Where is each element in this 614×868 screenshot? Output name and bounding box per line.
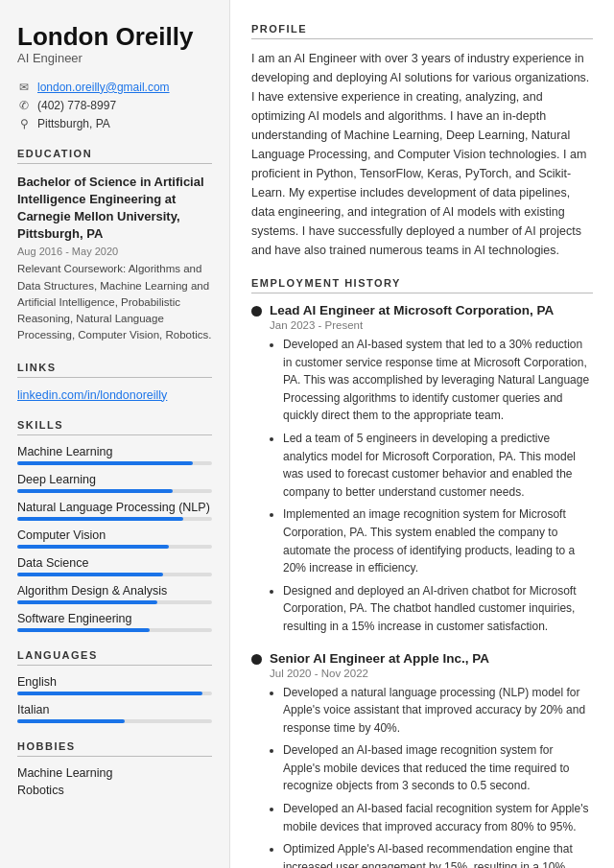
languages-label: LANGUAGES xyxy=(17,649,212,666)
hobby-item: Robotics xyxy=(17,784,212,797)
email-item: ✉ london.oreilly@gmail.com xyxy=(17,81,212,94)
skill-bar-fill xyxy=(17,489,173,493)
email-link[interactable]: london.oreilly@gmail.com xyxy=(37,81,170,94)
location-text: Pittsburgh, PA xyxy=(37,117,110,130)
language-name: English xyxy=(17,675,212,689)
links-label: LINKS xyxy=(17,362,212,378)
location-icon: ⚲ xyxy=(17,117,31,130)
phone-item: ✆ (402) 778-8997 xyxy=(17,99,212,112)
job-bullet: Led a team of 5 engineers in developing … xyxy=(283,430,593,501)
job-bullet: Developed a natural language processing … xyxy=(283,684,593,738)
jobs-container: Lead AI Engineer at Microsoft Corporatio… xyxy=(251,303,593,868)
job-bullets: Developed an AI-based system that led to… xyxy=(270,336,593,636)
contact-block: ✉ london.oreilly@gmail.com ✆ (402) 778-8… xyxy=(17,81,212,130)
sidebar-name: London Oreilly xyxy=(17,23,212,51)
resume-container: London Oreilly AI Engineer ✉ london.orei… xyxy=(0,0,614,868)
main-content: PROFILE I am an AI Engineer with over 3 … xyxy=(230,0,614,868)
hobbies-label: HOBBIES xyxy=(17,740,212,757)
skill-name: Natural Language Processing (NLP) xyxy=(17,501,212,514)
job-date: Jan 2023 - Present xyxy=(270,319,593,331)
skill-name: Software Engineering xyxy=(17,612,212,625)
skill-name: Deep Learning xyxy=(17,473,212,486)
linkedin-link[interactable]: linkedin.com/in/londonoreilly xyxy=(17,388,167,402)
lang-bar-fill xyxy=(17,719,125,723)
job-bullet: Developed an AI-based facial recognition… xyxy=(283,800,593,835)
education-coursework: Relevant Coursework: Algorithms and Data… xyxy=(17,261,212,343)
skill-bar-fill xyxy=(17,461,193,465)
skill-item: Natural Language Processing (NLP) xyxy=(17,501,212,521)
job-header: Senior AI Engineer at Apple Inc., PA xyxy=(251,651,593,666)
education-block: Bachelor of Science in Artificial Intell… xyxy=(17,174,212,344)
sidebar-title: AI Engineer xyxy=(17,51,212,65)
job-bullet: Optimized Apple's AI-based recommendatio… xyxy=(283,840,593,868)
language-item: Italian xyxy=(17,703,212,723)
sidebar: London Oreilly AI Engineer ✉ london.orei… xyxy=(0,0,230,868)
skill-item: Deep Learning xyxy=(17,473,212,493)
job-title: Lead AI Engineer at Microsoft Corporatio… xyxy=(270,303,554,317)
skill-bar-bg xyxy=(17,489,212,493)
skill-bar-bg xyxy=(17,573,212,576)
job-header: Lead AI Engineer at Microsoft Corporatio… xyxy=(251,303,593,317)
skill-item: Machine Learning xyxy=(17,445,212,465)
job-dot xyxy=(251,306,262,317)
skill-bar-bg xyxy=(17,628,212,632)
skills-list: Machine Learning Deep Learning Natural L… xyxy=(17,445,212,632)
skill-item: Computer Vision xyxy=(17,528,212,549)
employment-label: EMPLOYMENT HISTORY xyxy=(251,277,593,293)
lang-bar-fill xyxy=(17,692,202,695)
skill-bar-fill xyxy=(17,517,183,521)
skills-label: SKILLS xyxy=(17,419,212,435)
skill-bar-bg xyxy=(17,517,212,521)
skill-bar-fill xyxy=(17,600,157,604)
profile-text: I am an AI Engineer with over 3 years of… xyxy=(251,49,593,260)
email-icon: ✉ xyxy=(17,81,31,94)
job-block: Senior AI Engineer at Apple Inc., PA Jul… xyxy=(251,651,593,869)
skill-bar-fill xyxy=(17,573,163,576)
hobby-item: Machine Learning xyxy=(17,766,212,780)
location-item: ⚲ Pittsburgh, PA xyxy=(17,117,212,130)
languages-list: English Italian xyxy=(17,675,212,723)
skill-item: Algorithm Design & Analysis xyxy=(17,584,212,604)
phone-icon: ✆ xyxy=(17,99,31,112)
language-name: Italian xyxy=(17,703,212,716)
skill-bar-fill xyxy=(17,545,169,549)
job-date: Jul 2020 - Nov 2022 xyxy=(270,668,593,679)
skill-name: Algorithm Design & Analysis xyxy=(17,584,212,598)
job-bullet: Developed an AI-based system that led to… xyxy=(283,336,593,425)
hobbies-list: Machine LearningRobotics xyxy=(17,766,212,797)
lang-bar-bg xyxy=(17,719,212,723)
profile-label: PROFILE xyxy=(251,23,593,39)
job-bullet: Developed an AI-based image recognition … xyxy=(283,741,593,795)
skill-name: Machine Learning xyxy=(17,445,212,458)
job-bullet: Designed and deployed an AI-driven chatb… xyxy=(283,582,593,636)
skill-bar-bg xyxy=(17,461,212,465)
skill-bar-fill xyxy=(17,628,150,632)
education-date: Aug 2016 - May 2020 xyxy=(17,246,212,257)
education-degree: Bachelor of Science in Artificial Intell… xyxy=(17,174,212,244)
job-bullet: Implemented an image recognition system … xyxy=(283,505,593,576)
job-block: Lead AI Engineer at Microsoft Corporatio… xyxy=(251,303,593,636)
lang-bar-bg xyxy=(17,692,212,695)
phone-number: (402) 778-8997 xyxy=(37,99,116,112)
skill-name: Data Science xyxy=(17,556,212,570)
skill-name: Computer Vision xyxy=(17,528,212,542)
skill-bar-bg xyxy=(17,600,212,604)
language-item: English xyxy=(17,675,212,695)
skill-bar-bg xyxy=(17,545,212,549)
skill-item: Software Engineering xyxy=(17,612,212,632)
job-dot xyxy=(251,654,262,665)
job-title: Senior AI Engineer at Apple Inc., PA xyxy=(270,651,489,666)
links-block: linkedin.com/in/londonoreilly xyxy=(17,387,212,402)
education-label: EDUCATION xyxy=(17,148,212,164)
skill-item: Data Science xyxy=(17,556,212,576)
job-bullets: Developed a natural language processing … xyxy=(270,684,593,869)
